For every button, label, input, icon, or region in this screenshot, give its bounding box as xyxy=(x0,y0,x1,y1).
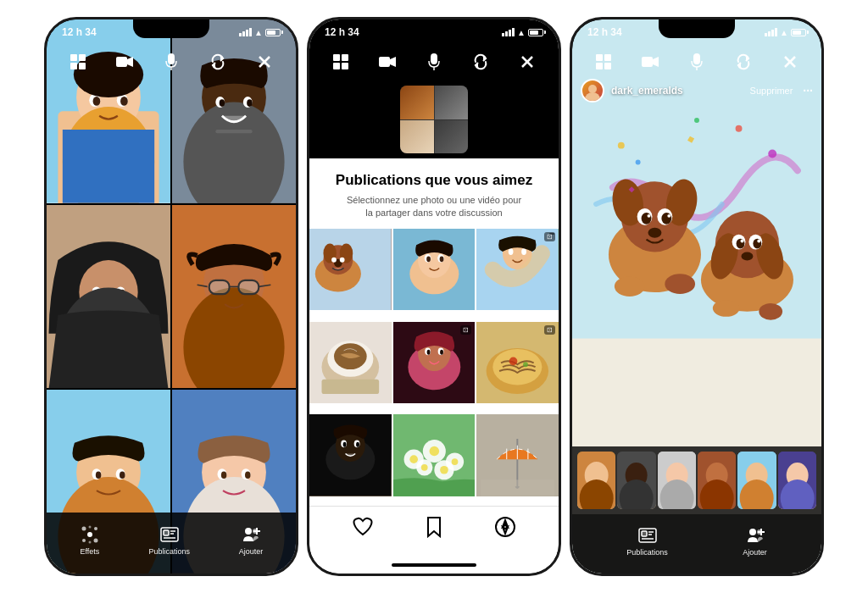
refresh-icon-3[interactable] xyxy=(732,50,755,74)
wifi-2: ▲ xyxy=(517,28,526,37)
battery-2 xyxy=(528,29,543,36)
story-avatar xyxy=(581,79,604,103)
home-indicator-2 xyxy=(309,557,559,574)
svg-point-92 xyxy=(509,248,514,255)
bottom-nav-1: Effets Publications xyxy=(47,513,296,574)
svg-point-126 xyxy=(451,458,458,465)
nav-ajouter-1[interactable]: Ajouter xyxy=(239,524,264,556)
thumb-3 xyxy=(400,120,434,154)
nav-effets[interactable]: Effets xyxy=(80,524,100,556)
sig2-bar-3 xyxy=(509,30,511,36)
heart-icon[interactable] xyxy=(352,517,374,542)
svg-rect-61 xyxy=(164,530,169,535)
nav-publications-3[interactable]: Publications xyxy=(626,525,668,557)
svg-rect-134 xyxy=(481,480,554,496)
toolbar-1 xyxy=(47,43,296,80)
story-delete-btn[interactable]: Supprimer xyxy=(750,86,793,96)
svg-point-117 xyxy=(356,442,359,447)
bottom-nav-2 xyxy=(309,506,559,557)
mic-icon-3[interactable] xyxy=(685,50,709,74)
svg-point-176 xyxy=(694,118,699,123)
story-username: dark_emeralds xyxy=(611,85,683,97)
strip-cell-5[interactable] xyxy=(737,452,776,509)
bottom-nav-3: Publications Ajouter xyxy=(572,514,821,574)
sig-bar-3 xyxy=(246,30,248,36)
cam-icon[interactable] xyxy=(113,50,136,74)
photo-cell-person-pink[interactable]: ⊡ xyxy=(393,322,476,404)
svg-rect-47 xyxy=(116,57,127,67)
cam-icon-3[interactable] xyxy=(638,50,662,74)
svg-point-154 xyxy=(642,213,652,224)
notch-1 xyxy=(133,19,209,38)
bookmark-icon[interactable] xyxy=(426,516,442,543)
cam-icon-2[interactable] xyxy=(376,50,399,74)
photo-cell-umbrella[interactable] xyxy=(476,414,559,496)
svg-point-178 xyxy=(736,125,743,132)
svg-point-125 xyxy=(429,446,439,457)
video-cell-4[interactable] xyxy=(172,205,296,389)
grid-icon-2[interactable] xyxy=(329,50,353,74)
svg-point-109 xyxy=(509,357,518,365)
svg-point-7 xyxy=(93,97,101,106)
photo-cell-person-outdoor[interactable] xyxy=(393,229,476,311)
svg-rect-140 xyxy=(693,53,700,64)
strip-cell-6[interactable] xyxy=(778,452,816,509)
battery-1 xyxy=(265,29,281,36)
status-icons-2: ▲ xyxy=(502,28,543,37)
mic-icon-2[interactable] xyxy=(422,50,446,74)
svg-point-204 xyxy=(749,529,756,535)
strip-cell-4[interactable] xyxy=(698,452,736,509)
svg-marker-137 xyxy=(503,527,508,534)
notch-3 xyxy=(659,19,735,38)
photo-cell-flowers[interactable] xyxy=(393,414,476,496)
refresh-icon[interactable] xyxy=(206,50,230,74)
strip-cell-1[interactable] xyxy=(577,452,615,509)
svg-point-127 xyxy=(421,464,428,471)
close-icon-2[interactable] xyxy=(515,50,539,74)
svg-point-116 xyxy=(343,442,347,447)
grid-icon[interactable] xyxy=(66,50,90,74)
photo-cell-dog[interactable] xyxy=(309,229,392,311)
close-icon[interactable] xyxy=(253,50,276,74)
svg-point-104 xyxy=(426,349,430,354)
svg-point-55 xyxy=(94,527,97,530)
video-cell-3[interactable] xyxy=(47,205,170,389)
photo-cell-noodles[interactable]: ⊡ xyxy=(476,322,559,404)
svg-point-15 xyxy=(220,99,225,107)
publications-title: Publications que vous aimez xyxy=(326,172,542,189)
svg-point-160 xyxy=(665,274,695,294)
svg-rect-200 xyxy=(642,531,647,536)
close-icon-3[interactable] xyxy=(778,50,802,74)
time-1: 12 h 34 xyxy=(62,26,97,38)
thumb-4 xyxy=(435,120,469,154)
phone-3-inner: 12 h 34 ▲ xyxy=(572,19,821,574)
sig-bar-2 xyxy=(242,31,245,36)
svg-point-169 xyxy=(741,240,744,243)
compass-icon[interactable] xyxy=(494,516,516,543)
sig-bar-4 xyxy=(249,28,252,36)
strip-cell-2[interactable] xyxy=(617,452,655,509)
sig2-bar-1 xyxy=(502,33,504,36)
svg-point-177 xyxy=(636,159,641,164)
story-header: dark_emeralds Supprimer ··· xyxy=(581,79,813,103)
nav-ajouter-1-label: Ajouter xyxy=(239,547,264,556)
story-more-btn[interactable]: ··· xyxy=(803,84,813,97)
sig3-bar-3 xyxy=(771,30,774,36)
nav-ajouter-3[interactable]: Ajouter xyxy=(743,525,767,557)
svg-rect-69 xyxy=(379,57,390,67)
mic-icon[interactable] xyxy=(159,50,183,74)
phone-3: 12 h 34 ▲ xyxy=(570,17,824,576)
photo-cell-stretch[interactable]: ⊡ xyxy=(476,229,559,311)
photo-cell-dark-person[interactable] xyxy=(309,414,392,496)
nav-publications-3-label: Publications xyxy=(626,548,668,557)
svg-point-158 xyxy=(648,228,662,238)
photo-cell-latte[interactable] xyxy=(309,322,392,404)
grid-icon-3[interactable] xyxy=(592,50,615,74)
strip-cell-3[interactable] xyxy=(658,452,696,509)
svg-point-45 xyxy=(221,472,227,479)
refresh-icon-2[interactable] xyxy=(469,50,492,74)
nav-publications-1[interactable]: Publications xyxy=(148,524,190,556)
sig3-bar-1 xyxy=(765,33,767,36)
phone-1: 12 h 34 ▲ xyxy=(44,17,298,576)
svg-point-56 xyxy=(82,539,86,542)
